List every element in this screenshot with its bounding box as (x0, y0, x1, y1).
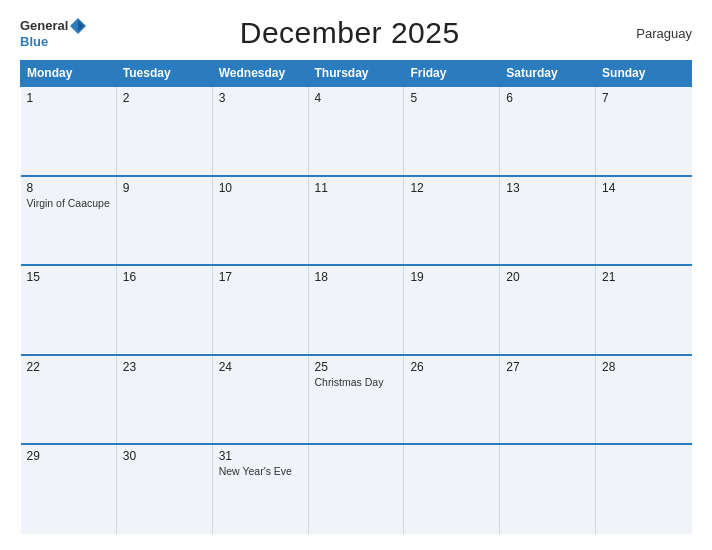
day-number: 27 (506, 360, 589, 374)
day-cell-w2-d2: 9 (116, 176, 212, 266)
day-number: 7 (602, 91, 685, 105)
day-cell-w1-d1: 1 (21, 86, 117, 176)
day-cell-w4-d7: 28 (596, 355, 692, 445)
week-row-4: 22232425Christmas Day262728 (21, 355, 692, 445)
calendar-header: General Blue December 2025 Paraguay (20, 16, 692, 50)
week-row-5: 293031New Year's Eve (21, 444, 692, 534)
day-number: 15 (27, 270, 110, 284)
week-row-3: 15161718192021 (21, 265, 692, 355)
day-number: 26 (410, 360, 493, 374)
day-cell-w2-d3: 10 (212, 176, 308, 266)
logo: General Blue (20, 17, 87, 49)
col-wednesday: Wednesday (212, 61, 308, 87)
col-sunday: Sunday (596, 61, 692, 87)
day-cell-w2-d1: 8Virgin of Caacupe (21, 176, 117, 266)
day-number: 17 (219, 270, 302, 284)
day-cell-w1-d7: 7 (596, 86, 692, 176)
day-number: 3 (219, 91, 302, 105)
day-cell-w2-d6: 13 (500, 176, 596, 266)
day-number: 21 (602, 270, 685, 284)
day-cell-w4-d5: 26 (404, 355, 500, 445)
calendar-title: December 2025 (87, 16, 612, 50)
day-cell-w3-d1: 15 (21, 265, 117, 355)
event-label: Christmas Day (315, 376, 398, 388)
day-cell-w3-d4: 18 (308, 265, 404, 355)
logo-blue-text: Blue (20, 35, 87, 49)
week-row-1: 1234567 (21, 86, 692, 176)
day-number: 11 (315, 181, 398, 195)
day-cell-w5-d6 (500, 444, 596, 534)
day-cell-w1-d2: 2 (116, 86, 212, 176)
col-monday: Monday (21, 61, 117, 87)
day-number: 1 (27, 91, 110, 105)
calendar-page: General Blue December 2025 Paraguay Mond… (0, 0, 712, 550)
day-number: 18 (315, 270, 398, 284)
day-cell-w2-d7: 14 (596, 176, 692, 266)
day-cell-w4-d2: 23 (116, 355, 212, 445)
day-number: 20 (506, 270, 589, 284)
day-cell-w1-d5: 5 (404, 86, 500, 176)
day-cell-w4-d4: 25Christmas Day (308, 355, 404, 445)
day-cell-w3-d6: 20 (500, 265, 596, 355)
day-cell-w5-d7 (596, 444, 692, 534)
calendar-header-row: Monday Tuesday Wednesday Thursday Friday… (21, 61, 692, 87)
day-number: 23 (123, 360, 206, 374)
day-cell-w2-d4: 11 (308, 176, 404, 266)
day-number: 24 (219, 360, 302, 374)
day-cell-w4-d1: 22 (21, 355, 117, 445)
day-number: 6 (506, 91, 589, 105)
country-label: Paraguay (612, 26, 692, 41)
day-number: 9 (123, 181, 206, 195)
calendar-title-block: December 2025 (87, 16, 612, 50)
logo-flag-icon (69, 17, 87, 35)
col-saturday: Saturday (500, 61, 596, 87)
day-cell-w3-d2: 16 (116, 265, 212, 355)
day-cell-w5-d3: 31New Year's Eve (212, 444, 308, 534)
col-friday: Friday (404, 61, 500, 87)
day-cell-w2-d5: 12 (404, 176, 500, 266)
day-number: 10 (219, 181, 302, 195)
day-cell-w3-d3: 17 (212, 265, 308, 355)
day-cell-w4-d3: 24 (212, 355, 308, 445)
day-number: 28 (602, 360, 685, 374)
day-cell-w3-d5: 19 (404, 265, 500, 355)
day-number: 8 (27, 181, 110, 195)
day-number: 22 (27, 360, 110, 374)
day-cell-w5-d2: 30 (116, 444, 212, 534)
day-number: 14 (602, 181, 685, 195)
day-cell-w5-d1: 29 (21, 444, 117, 534)
day-number: 4 (315, 91, 398, 105)
day-number: 31 (219, 449, 302, 463)
day-number: 13 (506, 181, 589, 195)
calendar-table: Monday Tuesday Wednesday Thursday Friday… (20, 60, 692, 534)
day-cell-w1-d6: 6 (500, 86, 596, 176)
day-number: 30 (123, 449, 206, 463)
day-cell-w1-d4: 4 (308, 86, 404, 176)
day-cell-w4-d6: 27 (500, 355, 596, 445)
day-cell-w3-d7: 21 (596, 265, 692, 355)
week-row-2: 8Virgin of Caacupe91011121314 (21, 176, 692, 266)
event-label: New Year's Eve (219, 465, 302, 477)
day-number: 16 (123, 270, 206, 284)
event-label: Virgin of Caacupe (27, 197, 110, 209)
col-tuesday: Tuesday (116, 61, 212, 87)
day-number: 12 (410, 181, 493, 195)
day-number: 5 (410, 91, 493, 105)
logo-general-text: General (20, 19, 68, 33)
day-number: 19 (410, 270, 493, 284)
day-cell-w5-d5 (404, 444, 500, 534)
day-number: 2 (123, 91, 206, 105)
day-number: 25 (315, 360, 398, 374)
day-number: 29 (27, 449, 110, 463)
day-cell-w1-d3: 3 (212, 86, 308, 176)
col-thursday: Thursday (308, 61, 404, 87)
day-cell-w5-d4 (308, 444, 404, 534)
